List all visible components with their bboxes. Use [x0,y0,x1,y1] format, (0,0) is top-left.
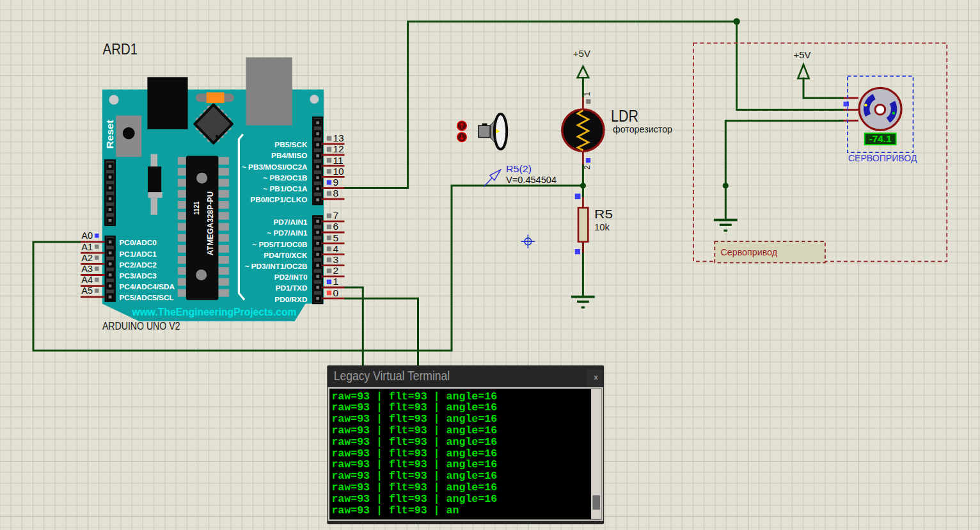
svg-text:1: 1 [583,92,592,96]
svg-text:+5V: +5V [573,48,590,59]
svg-text:13: 13 [333,132,344,143]
svg-text:1121: 1121 [193,202,200,215]
svg-text:raw=93 | flt=93 | angle=16: raw=93 | flt=93 | angle=16 [331,458,497,470]
svg-text:Сервопривод: Сервопривод [721,246,778,257]
svg-text:ATMEGA328P-PU: ATMEGA328P-PU [205,191,215,255]
svg-text:Reset: Reset [105,120,115,149]
svg-text:raw=93 | flt=93 | angle=16: raw=93 | flt=93 | angle=16 [331,436,497,448]
svg-text:10: 10 [333,166,345,177]
svg-text:PD4/T0/XCK: PD4/T0/XCK [264,251,308,260]
svg-text:~ PD5/T1/OC0B: ~ PD5/T1/OC0B [252,240,307,249]
svg-text:raw=93 | flt=93 | angle=16: raw=93 | flt=93 | angle=16 [331,424,497,437]
svg-text:PC2/ADC2: PC2/ADC2 [120,261,157,269]
svg-text:R5(2): R5(2) [506,163,532,174]
svg-text:www.TheEngineeringProjects.com: www.TheEngineeringProjects.com [132,307,297,317]
svg-text:ARD1: ARD1 [103,41,138,58]
svg-text:PD2/INT0: PD2/INT0 [274,273,308,282]
svg-text:PC5/ADC5/SCL: PC5/ADC5/SCL [120,293,174,302]
svg-text:raw=93 | flt=93 | angle=16: raw=93 | flt=93 | angle=16 [331,493,497,505]
svg-text:V=0.454504: V=0.454504 [506,174,557,185]
svg-text:~ PB2/OC1B: ~ PB2/OC1B [263,173,307,182]
svg-text:LDR: LDR [611,107,638,125]
svg-text:10k: 10k [594,222,610,232]
svg-text:A5: A5 [81,285,93,296]
svg-text:R5: R5 [594,207,613,221]
svg-text:A1: A1 [81,242,93,252]
svg-text:фоторезистор: фоторезистор [613,124,672,134]
svg-text:PC4/ADC4/SDA: PC4/ADC4/SDA [120,282,175,291]
svg-text:raw=93 | flt=93 | an: raw=93 | flt=93 | an [331,504,459,517]
svg-text:2: 2 [333,265,339,276]
svg-text:СЕРВОПРИВОД: СЕРВОПРИВОД [848,152,917,163]
svg-text:3: 3 [333,254,339,265]
svg-text:12: 12 [333,143,344,154]
svg-text:-74.1: -74.1 [869,133,892,144]
svg-text:2: 2 [583,165,592,170]
svg-text:raw=93 | flt=93 | angle=16: raw=93 | flt=93 | angle=16 [331,481,497,494]
svg-text:A0: A0 [81,230,93,241]
svg-text:A4: A4 [81,275,93,285]
svg-text:raw=93 | flt=93 | angle=16: raw=93 | flt=93 | angle=16 [331,390,497,403]
svg-text:~ PB1/OC1A: ~ PB1/OC1A [263,184,308,193]
svg-text:PB5/SCK: PB5/SCK [274,140,308,149]
svg-text:~ PD3/INT1/OC2B: ~ PD3/INT1/OC2B [244,262,307,271]
svg-text:PC1/ADC1: PC1/ADC1 [120,250,157,259]
svg-text:PB0/ICP1/CLKO: PB0/ICP1/CLKO [250,195,307,204]
svg-text:1: 1 [333,276,339,287]
svg-text:raw=93 | flt=93 | angle=16: raw=93 | flt=93 | angle=16 [331,413,497,425]
svg-text:6: 6 [333,221,339,232]
svg-text:11: 11 [333,155,344,166]
svg-text:4: 4 [333,243,339,254]
svg-text:raw=93 | flt=93 | angle=16: raw=93 | flt=93 | angle=16 [331,401,497,414]
svg-text:PD7/AIN1: PD7/AIN1 [273,218,308,227]
svg-text:PD1/TXD: PD1/TXD [276,284,308,293]
svg-text:~ PB3/MOSI/OC2A: ~ PB3/MOSI/OC2A [242,163,308,172]
svg-text:A3: A3 [81,264,93,274]
svg-text:8: 8 [333,188,339,198]
svg-text:PC3/ADC3: PC3/ADC3 [120,271,157,280]
svg-text:x: x [594,373,599,381]
svg-text:PC0/ADC0: PC0/ADC0 [120,238,157,247]
svg-text:raw=93 | flt=93 | angle=16: raw=93 | flt=93 | angle=16 [331,447,497,460]
svg-text:0: 0 [333,287,339,298]
svg-text:ARDUINO UNO V2: ARDUINO UNO V2 [102,321,180,332]
svg-text:Legacy Virtual Terminal: Legacy Virtual Terminal [334,368,450,383]
svg-text:PD0/RXD: PD0/RXD [274,295,308,304]
svg-text:7: 7 [333,210,339,221]
svg-text:+5V: +5V [793,49,810,60]
svg-text:5: 5 [333,232,339,243]
svg-text:9: 9 [333,177,339,188]
svg-text:A2: A2 [81,253,93,263]
svg-text:raw=93 | flt=93 | angle=16: raw=93 | flt=93 | angle=16 [331,470,497,482]
svg-text:~ PD7/AIN1: ~ PD7/AIN1 [267,229,308,237]
svg-text:PB4/MISO: PB4/MISO [271,151,307,160]
